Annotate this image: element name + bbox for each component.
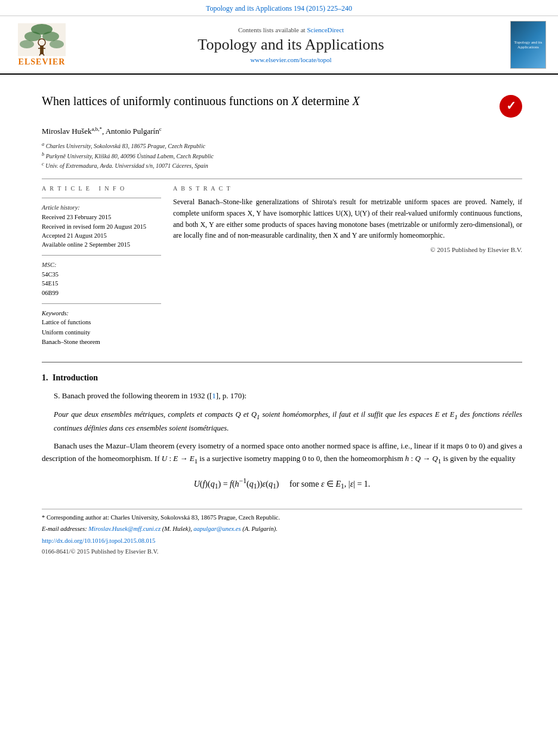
msc-54e15: 54E15 <box>42 279 161 288</box>
author-1-name: Miroslav Hušek <box>42 127 91 136</box>
doi-line: http://dx.doi.org/10.1016/j.topol.2015.0… <box>42 536 522 546</box>
crossmark-svg: ✓ <box>500 95 522 118</box>
affiliation-b: b Purkyně University, Klíšká 80, 40096 Ú… <box>42 151 522 161</box>
received-date: Received 23 February 2015 <box>42 213 161 222</box>
svg-text:✓: ✓ <box>506 99 516 112</box>
elsevier-logo: ELSEVIER <box>18 23 66 67</box>
affiliation-c: c Univ. of Extremadura, Avda. Universida… <box>42 161 522 170</box>
journal-website-url: www.elsevier.com/locate/topol <box>250 56 331 63</box>
contents-available-line: Contents lists available at ScienceDirec… <box>238 26 344 33</box>
sciencedirect-link[interactable]: ScienceDirect <box>307 26 344 33</box>
article-title-section: When lattices of uniformly continuous fu… <box>42 93 522 118</box>
msc-54c35: 54C35 <box>42 270 161 279</box>
section-1-title: 1. Introduction <box>42 373 522 383</box>
section-1-number: 1. <box>42 373 48 382</box>
available-online-date: Available online 2 September 2015 <box>42 240 161 249</box>
author-2-name: Antonio Pulgarín <box>106 127 159 136</box>
svg-point-5 <box>50 40 64 48</box>
abstract-column: A B S T R A C T Several Banach–Stone-lik… <box>173 185 522 352</box>
journal-cover-container: Topology and its Applications <box>504 21 552 69</box>
article-info-divider <box>42 198 161 198</box>
abstract-text: Several Banach–Stone-like generalization… <box>173 196 522 241</box>
cover-text: Topology and its Applications <box>513 40 544 50</box>
author-2-affil: c <box>159 126 162 132</box>
abstract-header: A B S T R A C T <box>173 185 522 192</box>
journal-citation-link[interactable]: Topology and its Applications 194 (2015)… <box>206 4 352 13</box>
elsevier-brand-text: ELSEVIER <box>19 57 66 67</box>
history-label: Article history: <box>42 204 161 211</box>
intro-paragraph-2: Banach uses the Mazur–Ulam theorem (ever… <box>42 440 522 466</box>
affiliation-a: a Charles University, Sokolovská 83, 186… <box>42 141 522 150</box>
journal-header: ELSEVIER Contents lists available at Sci… <box>0 16 558 75</box>
keyword-3: Banach–Stone theorem <box>42 337 161 348</box>
email-link-husek[interactable]: Miroslav.Husek@mff.cuni.cz <box>88 525 161 532</box>
keyword-1: Lattice of functions <box>42 318 161 328</box>
crossmark-badge[interactable]: ✓ <box>500 95 522 118</box>
journal-title-section: Contents lists available at ScienceDirec… <box>84 21 498 69</box>
doi-link[interactable]: http://dx.doi.org/10.1016/j.topol.2015.0… <box>42 537 155 544</box>
msc-label: MSC: <box>42 262 161 268</box>
article-body: When lattices of uniformly continuous fu… <box>0 75 558 569</box>
keywords-label: Keywords: <box>42 310 161 316</box>
footnote-area: * Corresponding author at: Charles Unive… <box>42 509 522 557</box>
article-title: When lattices of uniformly continuous fu… <box>42 93 490 109</box>
banach-quote: Pour que deux ensembles métriques, compl… <box>54 408 522 434</box>
svg-point-2 <box>24 32 41 41</box>
affiliations-block: a Charles University, Sokolovská 83, 186… <box>42 141 522 170</box>
math-display-1: U(f)(q1) = f(h−1(q1))ε(q1) for some ε ∈ … <box>42 477 522 490</box>
article-info-header: A R T I C L E I N F O <box>42 185 161 192</box>
main-divider <box>42 362 522 362</box>
footnote-email: E-mail addresses: Miroslav.Husek@mff.cun… <box>42 524 522 534</box>
msc-group: MSC: 54C35 54E15 06B99 <box>42 262 161 297</box>
section-1-heading: Introduction <box>53 373 98 382</box>
accepted-date: Accepted 21 August 2015 <box>42 231 161 240</box>
keywords-divider <box>42 303 161 304</box>
svg-point-4 <box>20 40 34 48</box>
article-info-abstract-section: A R T I C L E I N F O Article history: R… <box>42 185 522 352</box>
msc-divider <box>42 255 161 256</box>
svg-point-3 <box>42 32 59 41</box>
authors-line: Miroslav Hušeka,b,*, Antonio Pulgarínc <box>42 126 522 136</box>
ref-1-link[interactable]: 1 <box>212 391 216 400</box>
received-revised-date: Received in revised form 20 August 2015 <box>42 222 161 231</box>
msc-06b99: 06B99 <box>42 288 161 297</box>
elsevier-tree-icon <box>18 23 66 56</box>
keyword-2: Uniform continuity <box>42 328 161 338</box>
journal-cover-thumbnail: Topology and its Applications <box>510 21 546 69</box>
keywords-list: Lattice of functions Uniform continuity … <box>42 318 161 348</box>
journal-name-heading: Topology and its Applications <box>198 36 384 54</box>
keywords-group: Keywords: Lattice of functions Uniform c… <box>42 310 161 348</box>
intro-paragraph-1: S. Banach proved the following theorem i… <box>42 390 522 402</box>
crossmark-icon: ✓ <box>500 95 522 118</box>
issn-line: 0166-8641/© 2015 Published by Elsevier B… <box>42 547 522 557</box>
author-1-affil: a,b,* <box>91 126 102 132</box>
elsevier-logo-container: ELSEVIER <box>6 21 78 69</box>
email-link-pulgar[interactable]: aapulgar@unex.es <box>193 525 241 532</box>
footnote-star: * Corresponding author at: Charles Unive… <box>42 513 522 523</box>
divider-1 <box>42 179 522 179</box>
top-bar: Topology and its Applications 194 (2015)… <box>0 0 558 16</box>
article-info-column: A R T I C L E I N F O Article history: R… <box>42 185 161 352</box>
abstract-copyright: © 2015 Published by Elsevier B.V. <box>173 246 522 253</box>
article-history-group: Article history: Received 23 February 20… <box>42 204 161 249</box>
